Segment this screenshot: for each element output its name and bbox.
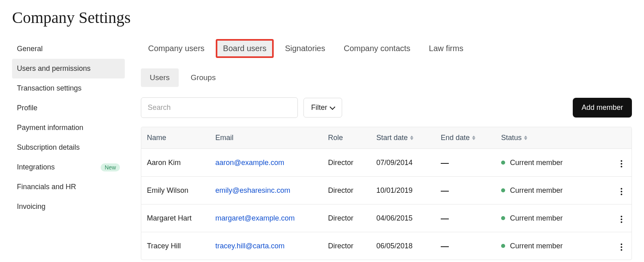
- sort-icon: [410, 136, 413, 140]
- cell-email: aaron@example.com: [210, 152, 322, 173]
- sidebar-item-subscription-details[interactable]: Subscription details: [12, 138, 125, 157]
- column-label: Start date: [376, 134, 408, 142]
- tab-company-contacts[interactable]: Company contacts: [336, 39, 418, 58]
- column-label: End date: [441, 134, 470, 142]
- tab-company-users[interactable]: Company users: [141, 39, 212, 58]
- sidebar-item-invoicing[interactable]: Invoicing: [12, 197, 125, 217]
- toolbar: Filter Add member: [141, 97, 632, 118]
- sidebar-item-label: Users and permissions: [17, 64, 91, 73]
- email-link[interactable]: emily@esharesinc.com: [215, 186, 290, 194]
- column-header-name[interactable]: Name: [141, 127, 210, 149]
- members-table: Name Email Role Start date End date Stat…: [141, 127, 632, 260]
- column-label: Status: [501, 134, 522, 142]
- chevron-down-icon: [330, 104, 335, 109]
- kebab-menu-icon[interactable]: [618, 186, 625, 198]
- filter-button[interactable]: Filter: [303, 98, 342, 118]
- tab-signatories[interactable]: Signatories: [278, 39, 332, 58]
- cell-start-date: 10/01/2019: [371, 180, 435, 201]
- status-dot-icon: [501, 216, 505, 220]
- sidebar-item-integrations[interactable]: Integrations New: [12, 157, 125, 177]
- sidebar-item-financials-hr[interactable]: Financials and HR: [12, 177, 125, 197]
- column-header-role[interactable]: Role: [322, 127, 371, 149]
- sidebar-item-label: Financials and HR: [17, 183, 76, 191]
- table-row: Aaron Kim aaron@example.com Director 07/…: [141, 149, 632, 177]
- cell-name: Aaron Kim: [141, 152, 210, 173]
- search-input[interactable]: [141, 97, 298, 118]
- cell-email: tracey.hill@carta.com: [210, 235, 322, 257]
- cell-start-date: 07/09/2014: [371, 152, 435, 173]
- top-tabs: Company users Board users Signatories Co…: [141, 39, 632, 58]
- new-badge: New: [101, 163, 120, 171]
- cell-email: emily@esharesinc.com: [210, 180, 322, 201]
- sidebar: General Users and permissions Transactio…: [12, 39, 125, 260]
- status-text: Current member: [510, 242, 563, 250]
- sidebar-item-general[interactable]: General: [12, 39, 125, 59]
- cell-status: Current member: [495, 235, 611, 257]
- sidebar-item-payment-information[interactable]: Payment information: [12, 118, 125, 138]
- kebab-menu-icon[interactable]: [618, 213, 625, 225]
- sort-icon: [472, 136, 475, 140]
- cell-role: Director: [322, 152, 371, 173]
- kebab-menu-icon[interactable]: [618, 241, 625, 253]
- cell-actions: [611, 149, 632, 176]
- sidebar-item-transaction-settings[interactable]: Transaction settings: [12, 78, 125, 98]
- cell-actions: [611, 232, 632, 260]
- email-link[interactable]: tracey.hill@carta.com: [215, 242, 285, 250]
- table-row: Tracey Hill tracey.hill@carta.com Direct…: [141, 232, 632, 260]
- tab-board-users[interactable]: Board users: [216, 39, 274, 58]
- cell-status: Current member: [495, 180, 611, 201]
- sidebar-item-profile[interactable]: Profile: [12, 98, 125, 118]
- cell-actions: [611, 177, 632, 204]
- filter-label: Filter: [311, 103, 327, 112]
- sidebar-item-label: Invoicing: [17, 202, 45, 211]
- table-body: Aaron Kim aaron@example.com Director 07/…: [141, 149, 632, 260]
- cell-actions: [611, 204, 632, 232]
- cell-end-date: —: [435, 235, 495, 257]
- cell-role: Director: [322, 180, 371, 201]
- add-member-button[interactable]: Add member: [573, 98, 632, 118]
- table-row: Margaret Hart margaret@example.com Direc…: [141, 204, 632, 232]
- cell-name: Tracey Hill: [141, 235, 210, 257]
- status-text: Current member: [510, 214, 563, 223]
- page-title: Company Settings: [12, 8, 632, 27]
- column-header-start-date[interactable]: Start date: [371, 127, 435, 149]
- sort-icon: [524, 136, 527, 140]
- main-content: Company users Board users Signatories Co…: [141, 39, 632, 260]
- cell-role: Director: [322, 208, 371, 229]
- cell-end-date: —: [435, 152, 495, 174]
- sidebar-item-label: General: [17, 45, 43, 53]
- status-dot-icon: [501, 161, 505, 165]
- cell-start-date: 04/06/2015: [371, 208, 435, 229]
- tab-law-firms[interactable]: Law firms: [422, 39, 471, 58]
- cell-end-date: —: [435, 179, 495, 202]
- status-dot-icon: [501, 188, 505, 192]
- cell-role: Director: [322, 235, 371, 257]
- sidebar-item-label: Integrations: [17, 163, 55, 171]
- cell-name: Margaret Hart: [141, 208, 210, 229]
- subtab-users[interactable]: Users: [141, 68, 179, 87]
- column-header-status[interactable]: Status: [495, 127, 611, 149]
- table-row: Emily Wilson emily@esharesinc.com Direct…: [141, 177, 632, 204]
- cell-email: margaret@example.com: [210, 208, 322, 229]
- sidebar-item-label: Transaction settings: [17, 84, 81, 93]
- sidebar-item-users-permissions[interactable]: Users and permissions: [12, 59, 125, 78]
- sidebar-item-label: Profile: [17, 104, 37, 112]
- table-header: Name Email Role Start date End date Stat…: [141, 127, 632, 149]
- column-header-email[interactable]: Email: [210, 127, 322, 149]
- column-header-end-date[interactable]: End date: [435, 127, 495, 149]
- cell-status: Current member: [495, 208, 611, 229]
- status-dot-icon: [501, 244, 505, 248]
- email-link[interactable]: margaret@example.com: [215, 214, 295, 222]
- cell-name: Emily Wilson: [141, 180, 210, 201]
- cell-status: Current member: [495, 152, 611, 173]
- status-text: Current member: [510, 186, 563, 195]
- subtab-groups[interactable]: Groups: [182, 68, 225, 87]
- status-text: Current member: [510, 159, 563, 167]
- cell-start-date: 06/05/2018: [371, 235, 435, 257]
- cell-end-date: —: [435, 207, 495, 229]
- kebab-menu-icon[interactable]: [618, 158, 625, 170]
- sidebar-item-label: Subscription details: [17, 143, 80, 152]
- sub-tabs: Users Groups: [141, 68, 632, 87]
- email-link[interactable]: aaron@example.com: [215, 159, 284, 167]
- column-header-actions: [611, 127, 632, 149]
